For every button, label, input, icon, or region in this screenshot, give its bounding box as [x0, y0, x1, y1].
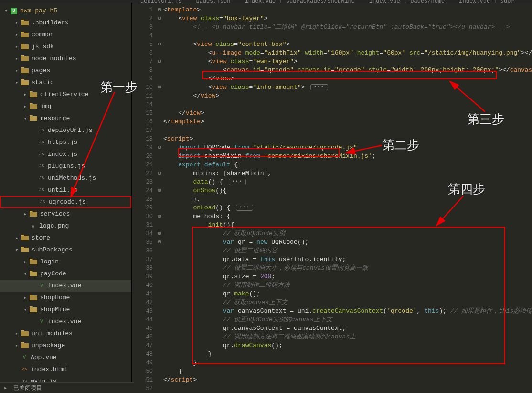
- code-line[interactable]: // 设置二维码内容: [163, 247, 532, 255]
- tree-item-uni-modules[interactable]: uni_modules: [0, 328, 131, 339]
- code-line[interactable]: qr.canvasContext = canvasContext;: [163, 324, 532, 333]
- code-line[interactable]: // 获取canvas上下文: [163, 298, 532, 307]
- fold-placeholder[interactable]: •••: [229, 179, 246, 185]
- code-line[interactable]: qr.size = 200;: [163, 273, 532, 281]
- fold-placeholder[interactable]: •••: [236, 205, 253, 211]
- tree-item-common[interactable]: common: [0, 29, 131, 41]
- code-line[interactable]: [163, 32, 532, 40]
- code-line[interactable]: var qr = new UQRCode();: [163, 238, 532, 247]
- tree-item-clientservice[interactable]: clientService: [0, 88, 131, 100]
- tree-item-https-js[interactable]: JShttps.js: [0, 136, 131, 148]
- chevron-down-icon[interactable]: [21, 306, 30, 313]
- code-line[interactable]: onShow(){: [163, 186, 532, 195]
- chevron-down-icon[interactable]: [12, 247, 21, 253]
- chevron-right-icon[interactable]: [12, 235, 21, 241]
- code-line[interactable]: </view>: [163, 92, 532, 100]
- tree-item--hbuilderx[interactable]: .hbuilderx: [0, 17, 131, 29]
- tree-item-img[interactable]: img: [0, 100, 131, 112]
- chevron-right-icon[interactable]: [12, 55, 21, 62]
- tree-item-index-vue[interactable]: Vindex.vue: [0, 316, 131, 328]
- code-line[interactable]: [163, 100, 532, 109]
- code-line[interactable]: }: [163, 350, 532, 359]
- code-line[interactable]: // 设置uQRCode实例的canvas上下文: [163, 316, 532, 324]
- chevron-right-icon[interactable]: [12, 44, 21, 50]
- chevron-right-icon[interactable]: [21, 295, 30, 301]
- chevron-right-icon[interactable]: [21, 259, 30, 265]
- chevron-right-icon[interactable]: [21, 103, 30, 109]
- chevron-down-icon[interactable]: [2, 8, 11, 14]
- code-line[interactable]: <template>: [163, 6, 532, 14]
- tree-item-uqrcode-js[interactable]: JSuqrcode.js: [0, 196, 131, 208]
- chevron-right-icon[interactable]: [21, 91, 30, 98]
- code-line[interactable]: [163, 126, 532, 135]
- tree-item-plugins-js[interactable]: JSplugins.js: [0, 160, 131, 172]
- code-line[interactable]: mixins: [shareMixin],: [163, 169, 532, 178]
- tree-item-js-sdk[interactable]: js_sdk: [0, 41, 131, 53]
- tree-item-node-modules[interactable]: node_modules: [0, 53, 131, 65]
- fold-collapse-icon[interactable]: [156, 57, 163, 66]
- fold-expand-icon[interactable]: [156, 212, 163, 221]
- tree-item-index-vue[interactable]: Vindex.vue: [0, 280, 131, 292]
- tree-item-logo-png[interactable]: ▣logo.png: [0, 220, 131, 232]
- tree-item-services[interactable]: services: [0, 208, 131, 220]
- fold-collapse-icon[interactable]: [156, 14, 163, 23]
- chevron-right-icon[interactable]: [12, 32, 21, 38]
- code-line[interactable]: // 获取uQRCode实例: [163, 229, 532, 238]
- fold-collapse-icon[interactable]: [156, 40, 163, 49]
- chevron-down-icon[interactable]: [12, 79, 21, 86]
- code-line[interactable]: </template>: [163, 118, 532, 126]
- code-line[interactable]: var canvasContext = uni.createCanvasCont…: [163, 307, 532, 316]
- tree-item-store[interactable]: store: [0, 232, 131, 244]
- fold-collapse-icon[interactable]: [156, 6, 163, 14]
- tree-item-deployurl-js[interactable]: JSdeployUrl.js: [0, 124, 131, 136]
- code-line[interactable]: }: [163, 367, 532, 376]
- code-line[interactable]: <view class="content-box">: [163, 40, 532, 49]
- code-line[interactable]: </view>: [163, 109, 532, 118]
- code-line[interactable]: <view class="box-layer">: [163, 14, 532, 23]
- fold-collapse-icon[interactable]: [156, 143, 163, 152]
- code-line[interactable]: // 调用制作二维码方法: [163, 281, 532, 290]
- tree-item-unimethods-js[interactable]: JSuniMethods.js: [0, 172, 131, 184]
- fold-placeholder[interactable]: •••: [310, 84, 328, 90]
- tree-item-index-html[interactable]: <>index.html: [0, 363, 131, 375]
- tree-item-app-vue[interactable]: VApp.vue: [0, 351, 131, 363]
- tree-item-until-js[interactable]: JSuntil.js: [0, 184, 131, 196]
- fold-collapse-icon[interactable]: [156, 238, 163, 247]
- chevron-down-icon[interactable]: [21, 115, 30, 121]
- fold-collapse-icon[interactable]: [156, 169, 163, 178]
- project-root[interactable]: U ewm-pay-h5: [0, 5, 131, 17]
- code-content[interactable]: <template> <view class="box-layer"> <!--…: [163, 3, 532, 393]
- code-line[interactable]: <view class="info-amount"> •••: [163, 83, 532, 92]
- code-line[interactable]: },: [163, 195, 532, 204]
- code-line[interactable]: // 调用绘制方法将二维码图案绘制到canvas上: [163, 333, 532, 341]
- code-line[interactable]: <view class="ewm-layer">: [163, 57, 532, 66]
- chevron-right-icon[interactable]: [21, 211, 30, 217]
- chevron-right-icon[interactable]: [12, 342, 21, 349]
- code-editor[interactable]: 1234567891011141516171819202122232428293…: [132, 3, 532, 393]
- code-line[interactable]: import UQRCode from "static/resource/uqr…: [163, 143, 532, 152]
- tree-item-pages[interactable]: pages: [0, 65, 131, 76]
- tree-item-static[interactable]: static: [0, 76, 131, 88]
- code-line[interactable]: </view>: [163, 75, 532, 83]
- code-line[interactable]: onLoad() { •••: [163, 204, 532, 212]
- tree-item-shophome[interactable]: shopHome: [0, 292, 131, 304]
- tree-item-login[interactable]: login: [0, 256, 131, 268]
- closed-projects-bar[interactable]: ▸ 已关闭项目: [0, 382, 134, 393]
- tree-item-resource[interactable]: resource: [0, 112, 131, 124]
- code-line[interactable]: methods: {: [163, 212, 532, 221]
- tree-item-paycode[interactable]: payCode: [0, 268, 131, 280]
- tree-item-index-js[interactable]: JSindex.js: [0, 148, 131, 160]
- chevron-right-icon[interactable]: [12, 20, 21, 26]
- code-line[interactable]: <script>: [163, 135, 532, 143]
- code-line[interactable]: init(){: [163, 221, 532, 229]
- code-line[interactable]: <!-- <u-navbar title="二维码" @rightClick="…: [163, 23, 532, 32]
- code-line[interactable]: </script>: [163, 376, 532, 384]
- fold-expand-icon[interactable]: [156, 229, 163, 238]
- fold-expand-icon[interactable]: [156, 83, 163, 92]
- code-line[interactable]: qr.drawCanvas();: [163, 341, 532, 350]
- file-explorer[interactable]: U ewm-pay-h5 .hbuilderxcommonjs_sdknode_…: [0, 3, 132, 393]
- fold-expand-icon[interactable]: [156, 186, 163, 195]
- code-line[interactable]: data() { •••: [163, 178, 532, 186]
- code-line[interactable]: qr.make();: [163, 290, 532, 298]
- code-line[interactable]: qr.data = this.userInfo.identity;: [163, 255, 532, 264]
